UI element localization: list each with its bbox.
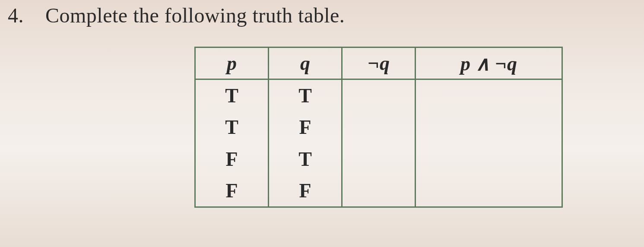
col-header-p-and-not-q: p ∧ ¬q — [416, 48, 562, 79]
col-header-not-q: ¬q — [342, 48, 416, 79]
cell-p-and-not-q — [416, 79, 562, 111]
table-row: F F — [195, 175, 562, 207]
col-header-p: p — [195, 48, 269, 79]
cell-p-and-not-q — [416, 175, 562, 207]
cell-q: F — [269, 175, 342, 207]
question-prompt: 4. Complete the following truth table. — [8, 3, 345, 27]
col-header-q: q — [269, 48, 342, 79]
cell-p-and-not-q — [416, 111, 562, 143]
cell-q: T — [269, 143, 342, 175]
cell-q: T — [269, 79, 342, 111]
cell-not-q — [342, 143, 416, 175]
table-row: T F — [195, 111, 562, 143]
cell-q: F — [269, 111, 342, 143]
cell-p: T — [195, 79, 269, 111]
question-text: Complete the following truth table. — [45, 4, 345, 27]
table-row: F T — [195, 143, 562, 175]
cell-p: F — [195, 175, 269, 207]
cell-p: F — [195, 143, 269, 175]
cell-p: T — [195, 111, 269, 143]
table-row: T T — [195, 79, 562, 111]
truth-table: p q ¬q p ∧ ¬q T T T F F T — [194, 47, 563, 208]
cell-not-q — [342, 111, 416, 143]
question-number: 4. — [8, 4, 24, 27]
cell-not-q — [342, 175, 416, 207]
truth-table-container: p q ¬q p ∧ ¬q T T T F F T — [194, 47, 563, 208]
cell-not-q — [342, 79, 416, 111]
cell-p-and-not-q — [416, 143, 562, 175]
